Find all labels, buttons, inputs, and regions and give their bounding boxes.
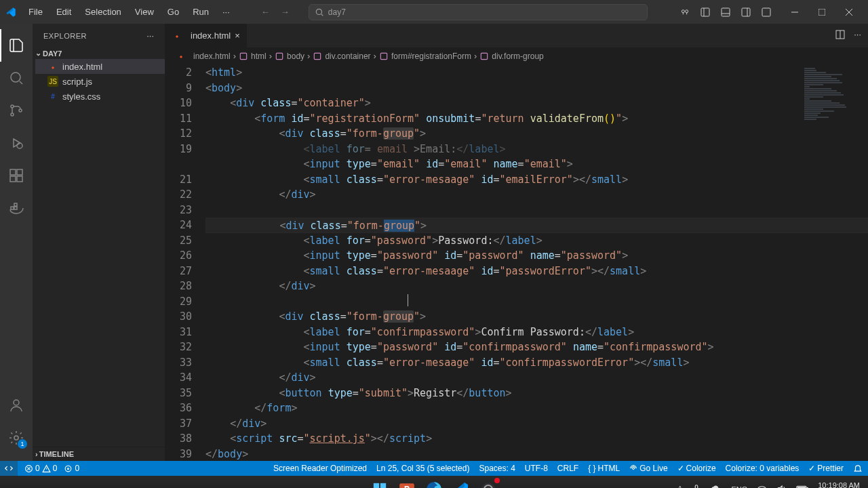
status-spaces[interactable]: Spaces: 4 [479, 464, 515, 473]
tab-close-icon[interactable]: × [235, 30, 240, 41]
svg-rect-45 [374, 483, 379, 488]
menu-more[interactable]: ··· [217, 4, 235, 20]
task-start[interactable] [368, 478, 391, 488]
command-center-search[interactable]: day7 [309, 4, 648, 20]
minimap[interactable] [804, 65, 859, 461]
tray-volume-icon[interactable] [776, 484, 787, 489]
svg-rect-23 [17, 169, 22, 175]
nav-forward[interactable]: → [278, 5, 292, 18]
activity-bar: 1 [0, 24, 33, 461]
remote-indicator[interactable] [0, 461, 18, 476]
file-item-index[interactable]: ⬥ index.html [35, 59, 165, 74]
timeline-label: TIMELINE [39, 450, 74, 458]
layout-customize-icon[interactable] [761, 7, 772, 18]
status-language[interactable]: { } HTML [588, 464, 620, 473]
file-label: index.html [62, 62, 102, 72]
layout-secondary-icon[interactable] [741, 7, 751, 18]
status-golive[interactable]: Go Live [629, 464, 667, 473]
file-tree: ⬥ index.html JS script.js # styles.css [33, 59, 165, 104]
window-maximize[interactable] [808, 0, 835, 24]
search-text: day7 [328, 7, 346, 17]
svg-point-3 [686, 9, 688, 12]
status-colorize[interactable]: ✓ Colorize [677, 464, 716, 473]
menu-file[interactable]: File [23, 4, 48, 20]
status-screen-reader[interactable]: Screen Reader Optimized [273, 464, 367, 473]
html-file-icon: ⬥ [47, 61, 58, 72]
activity-extensions[interactable] [0, 159, 33, 192]
svg-rect-25 [17, 176, 22, 182]
tray-wifi-icon[interactable] [757, 484, 767, 489]
menu-edit[interactable]: Edit [51, 4, 77, 20]
code-area[interactable]: <html><body> <div class="container"> <fo… [205, 65, 868, 461]
html-file-icon: ⬥ [176, 51, 186, 62]
task-vscode[interactable] [450, 478, 473, 488]
tray-mic-icon[interactable] [692, 484, 701, 488]
breadcrumb-bar[interactable]: ⬥index.html › html › body › div.containe… [165, 47, 868, 65]
svg-point-18 [11, 113, 14, 116]
timeline-header[interactable]: › TIMELINE [33, 447, 165, 461]
tray-onedrive-icon[interactable] [711, 483, 722, 488]
svg-point-0 [316, 9, 321, 14]
explorer-sidebar: EXPLORER ··· ⌄ DAY7 ⬥ index.html JS scri… [33, 24, 165, 461]
svg-point-43 [66, 466, 72, 472]
task-powerpoint[interactable]: P [395, 478, 418, 488]
activity-debug[interactable] [0, 127, 33, 159]
status-errors[interactable]: 0 0 [24, 464, 57, 473]
svg-line-1 [321, 14, 323, 15]
js-file-icon: JS [47, 76, 58, 87]
svg-rect-4 [701, 8, 709, 16]
layout-primary-icon[interactable] [700, 7, 711, 18]
svg-point-42 [68, 468, 69, 469]
menu-selection[interactable]: Selection [79, 4, 126, 20]
tray-language[interactable]: ENG [731, 485, 747, 488]
more-actions-icon[interactable]: ··· [854, 29, 861, 42]
svg-marker-55 [778, 486, 783, 488]
status-cursor[interactable]: Ln 25, Col 35 (5 selected) [376, 464, 469, 473]
svg-line-16 [20, 81, 22, 84]
bc-label: div.container [325, 52, 370, 61]
bc-label: index.html [193, 52, 231, 61]
svg-rect-12 [818, 9, 825, 16]
window-close[interactable] [835, 0, 863, 24]
activity-search[interactable] [0, 62, 33, 94]
svg-rect-34 [276, 53, 282, 59]
tray-clock[interactable]: 10:19:08 AM 2/14/2025 [818, 481, 860, 488]
menu-view[interactable]: View [130, 4, 159, 20]
editor-tab[interactable]: ⬥ index.html × [165, 24, 248, 47]
svg-rect-27 [14, 207, 17, 209]
status-prettier[interactable]: ✓ Prettier [808, 464, 844, 473]
file-label: script.js [62, 77, 92, 87]
tray-battery-icon[interactable] [796, 485, 808, 488]
task-edge[interactable] [422, 478, 446, 488]
svg-text:P: P [404, 485, 410, 488]
nav-back[interactable]: ← [258, 5, 273, 18]
activity-explorer[interactable] [0, 29, 33, 62]
activity-account[interactable] [0, 389, 33, 422]
status-encoding[interactable]: UTF-8 [525, 464, 548, 473]
svg-point-2 [682, 9, 684, 12]
status-colorize-vars[interactable]: Colorize: 0 variables [726, 464, 800, 473]
status-eol[interactable]: CRLF [557, 464, 578, 473]
file-item-styles[interactable]: # styles.css [35, 89, 165, 104]
activity-settings[interactable]: 1 [0, 422, 33, 454]
bc-label: div.form-group [492, 52, 543, 61]
editor-content[interactable]: 2910111219212223242526272829303132333435… [165, 65, 868, 461]
layout-panel-icon[interactable] [720, 7, 731, 18]
copilot-icon[interactable] [679, 7, 690, 18]
menu-run[interactable]: Run [187, 4, 214, 20]
explorer-more-icon[interactable]: ··· [146, 30, 154, 41]
tabs-bar: ⬥ index.html × ··· [165, 24, 868, 47]
status-ports[interactable]: 0 [64, 464, 79, 473]
activity-source-control[interactable] [0, 94, 33, 127]
split-editor-icon[interactable] [835, 29, 846, 42]
activity-docker[interactable] [0, 192, 33, 224]
task-obs[interactable] [477, 478, 500, 488]
explorer-title: EXPLORER [43, 32, 87, 40]
title-bar: File Edit Selection View Go Run ··· ← → … [0, 0, 868, 24]
window-minimize[interactable] [781, 0, 808, 24]
file-item-script[interactable]: JS script.js [35, 74, 165, 89]
menu-go[interactable]: Go [162, 4, 184, 20]
tray-chevron-icon[interactable]: ˄ [678, 485, 682, 489]
status-notifications-icon[interactable] [853, 464, 863, 473]
folder-header[interactable]: ⌄ DAY7 [33, 47, 165, 59]
